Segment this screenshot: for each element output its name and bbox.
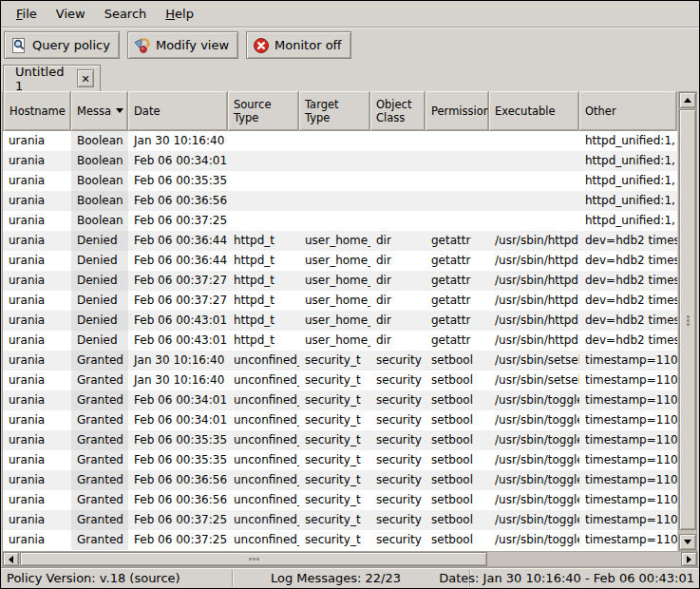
tab-untitled-1[interactable]: Untitled 1 xyxy=(3,65,101,91)
column-header-target-type[interactable]: Target Type xyxy=(299,91,370,131)
table-row[interactable]: uraniaGrantedFeb 06 00:35:35unconfined_s… xyxy=(3,450,677,470)
table-cell: Granted xyxy=(71,390,128,410)
table-cell: unconfined_ xyxy=(228,510,299,530)
scroll-left-button[interactable] xyxy=(3,552,19,566)
table-row[interactable]: uraniaDeniedFeb 06 00:37:27httpd_tuser_h… xyxy=(3,271,677,291)
vertical-scrollbar-thumb[interactable] xyxy=(679,109,696,530)
table-row[interactable]: uraniaGrantedFeb 06 00:36:56unconfined_s… xyxy=(3,470,677,490)
table-cell: setbool xyxy=(426,351,489,370)
toolbar: Query policyModify viewMonitor off xyxy=(1,28,699,63)
menu-help[interactable]: Help xyxy=(156,4,203,24)
scroll-down-button[interactable] xyxy=(679,534,696,550)
table-row[interactable]: uraniaDeniedFeb 06 00:36:44httpd_tuser_h… xyxy=(3,251,677,271)
table-cell: unconfined_ xyxy=(228,490,299,510)
table-cell: /usr/sbin/toggle xyxy=(489,390,579,410)
table-row[interactable]: uraniaGrantedFeb 06 00:34:01unconfined_s… xyxy=(3,390,677,410)
table-row[interactable]: uraniaGrantedJan 30 10:16:40unconfined_s… xyxy=(3,370,677,390)
table-cell: httpd_unified:1, h xyxy=(579,131,677,151)
table-cell: security_t xyxy=(299,470,370,490)
table-row[interactable]: uraniaDeniedFeb 06 00:37:27httpd_tuser_h… xyxy=(3,291,677,311)
table-cell: user_home_ xyxy=(299,311,370,331)
menu-file[interactable]: File xyxy=(7,4,47,24)
scroll-up-button[interactable] xyxy=(679,92,696,108)
table-cell: Granted xyxy=(71,450,128,470)
table-cell xyxy=(228,131,299,151)
column-header-source-type[interactable]: Source Type xyxy=(228,91,299,131)
table-row[interactable]: uraniaGrantedFeb 06 00:36:56unconfined_s… xyxy=(3,490,677,510)
table-cell: security xyxy=(370,390,426,410)
column-header-other[interactable]: Other xyxy=(579,91,677,131)
table-row[interactable]: uraniaGrantedFeb 06 00:35:35unconfined_s… xyxy=(3,430,677,450)
table-cell: /usr/sbin/toggle xyxy=(489,430,579,450)
table-row[interactable]: uraniaBooleanFeb 06 00:34:01httpd_unifie… xyxy=(3,151,677,171)
table-row[interactable]: uraniaGrantedJan 30 10:16:40unconfined_s… xyxy=(3,351,677,370)
column-header-executable[interactable]: Executable xyxy=(489,91,579,131)
vertical-scrollbar[interactable] xyxy=(678,91,697,551)
table-cell: timestamp=11076 xyxy=(579,490,677,510)
table-cell: setbool xyxy=(426,470,489,490)
table-cell xyxy=(426,131,489,151)
table-cell: urania xyxy=(3,171,71,191)
query-policy-icon xyxy=(10,37,28,54)
table-cell: setbool xyxy=(426,370,489,390)
column-header-messa[interactable]: Messa xyxy=(71,91,128,131)
table-cell: Feb 06 00:36:44 xyxy=(128,251,228,271)
table-cell: unconfined_ xyxy=(228,450,299,470)
table-row[interactable]: uraniaBooleanFeb 06 00:36:56httpd_unifie… xyxy=(3,191,677,211)
table-cell: timestamp=11076 xyxy=(579,450,677,470)
menu-view[interactable]: View xyxy=(47,4,95,24)
query-policy-button[interactable]: Query policy xyxy=(4,31,120,59)
table-cell: security xyxy=(370,410,426,430)
table-row[interactable]: uraniaDeniedFeb 06 00:36:44httpd_tuser_h… xyxy=(3,231,677,251)
horizontal-scrollbar[interactable] xyxy=(2,551,698,567)
log-messages-status: Log Messages: 22/23 xyxy=(238,571,433,585)
table-cell: security_t xyxy=(299,370,370,390)
scroll-right-button[interactable] xyxy=(681,552,697,566)
column-header-object-class[interactable]: Object Class xyxy=(370,91,426,131)
table-cell: dev=hdb2 timesta xyxy=(579,251,677,271)
table-cell xyxy=(426,151,489,171)
table-cell: setbool xyxy=(426,510,489,530)
table-cell: urania xyxy=(3,370,71,390)
table-cell: Granted xyxy=(71,430,128,450)
table-row[interactable]: uraniaBooleanJan 30 10:16:40httpd_unifie… xyxy=(3,131,677,151)
table-row[interactable]: uraniaBooleanFeb 06 00:37:25httpd_unifie… xyxy=(3,211,677,231)
table-cell: unconfined_ xyxy=(228,351,299,370)
table-row[interactable]: uraniaGrantedFeb 06 00:37:25unconfined_s… xyxy=(3,530,677,550)
table-cell: getattr xyxy=(426,291,489,311)
column-header-permission[interactable]: Permission xyxy=(426,91,489,131)
table-cell: Granted xyxy=(71,490,128,510)
table-row[interactable]: uraniaDeniedFeb 06 00:43:01httpd_tuser_h… xyxy=(3,311,677,331)
table-cell: unconfined_ xyxy=(228,410,299,430)
table-row[interactable]: uraniaBooleanFeb 06 00:35:35httpd_unifie… xyxy=(3,171,677,191)
menu-search[interactable]: Search xyxy=(95,4,157,24)
table-cell xyxy=(489,191,579,211)
column-header-label: Other xyxy=(585,104,616,118)
table-cell: Feb 06 00:34:01 xyxy=(128,390,228,410)
table-row[interactable]: uraniaGrantedFeb 06 00:34:01unconfined_s… xyxy=(3,410,677,430)
tab-close-button[interactable] xyxy=(77,69,94,87)
table-row[interactable]: uraniaGrantedFeb 06 00:37:25unconfined_s… xyxy=(3,510,677,530)
table-cell: Jan 30 10:16:40 xyxy=(128,131,228,151)
table-cell: dir xyxy=(370,251,426,271)
arrow-up-icon xyxy=(684,98,691,103)
table-cell: Granted xyxy=(71,470,128,490)
monitor-off-button[interactable]: Monitor off xyxy=(246,31,350,59)
statusbar-separator xyxy=(232,570,234,586)
horizontal-scrollbar-thumb[interactable] xyxy=(20,552,487,566)
column-header-label: Source Type xyxy=(234,98,272,124)
table-cell: urania xyxy=(3,131,71,151)
table-cell: setbool xyxy=(426,390,489,410)
table-cell: dir xyxy=(370,231,426,251)
table-row[interactable]: uraniaDeniedFeb 06 00:43:01httpd_tuser_h… xyxy=(3,331,677,351)
table-cell: Denied xyxy=(71,251,128,271)
table-cell: security_t xyxy=(299,490,370,510)
column-header-label: Object Class xyxy=(376,98,411,124)
table-cell: urania xyxy=(3,231,71,251)
modify-view-button[interactable]: Modify view xyxy=(127,31,238,59)
table-cell: dev=hdb2 timesta xyxy=(579,271,677,291)
column-header-date[interactable]: Date xyxy=(128,91,228,131)
table-cell: httpd_unified:1, h xyxy=(579,171,677,191)
column-header-hostname[interactable]: Hostname xyxy=(3,91,71,131)
table-cell: getattr xyxy=(426,231,489,251)
